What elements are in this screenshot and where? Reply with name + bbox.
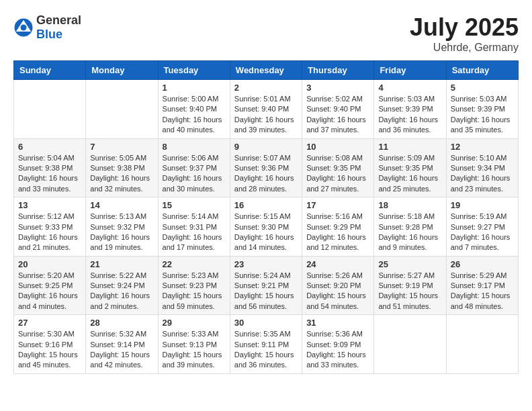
cell-content: Sunrise: 5:32 AM Sunset: 9:14 PM Dayligh… (90, 329, 153, 371)
cell-content: Sunrise: 5:08 AM Sunset: 9:35 PM Dayligh… (306, 153, 369, 195)
cell-content: Sunrise: 5:26 AM Sunset: 9:20 PM Dayligh… (306, 271, 369, 312)
cell-content: Sunrise: 5:29 AM Sunset: 9:17 PM Dayligh… (451, 271, 514, 312)
day-number: 28 (90, 318, 153, 328)
calendar-cell: 28Sunrise: 5:32 AM Sunset: 9:14 PM Dayli… (86, 315, 158, 374)
day-number: 27 (18, 318, 81, 328)
calendar-cell: 15Sunrise: 5:14 AM Sunset: 9:31 PM Dayli… (158, 197, 230, 257)
calendar-week-row: 20Sunrise: 5:20 AM Sunset: 9:25 PM Dayli… (14, 256, 519, 315)
cell-content: Sunrise: 5:24 AM Sunset: 9:21 PM Dayligh… (234, 271, 298, 312)
day-number: 10 (306, 142, 369, 152)
location: Uehrde, Germany (410, 42, 519, 54)
calendar-week-row: 6Sunrise: 5:04 AM Sunset: 9:38 PM Daylig… (14, 138, 519, 197)
day-number: 22 (163, 259, 226, 269)
weekday-header-saturday: Saturday (446, 61, 518, 80)
day-number: 19 (451, 200, 514, 210)
day-number: 9 (234, 142, 298, 152)
cell-content: Sunrise: 5:02 AM Sunset: 9:40 PM Dayligh… (306, 94, 369, 136)
day-number: 26 (451, 259, 514, 269)
logo-text: General Blue (36, 13, 81, 42)
logo-general-text: General (36, 13, 81, 28)
calendar-cell: 26Sunrise: 5:29 AM Sunset: 9:17 PM Dayli… (446, 256, 518, 315)
weekday-header-thursday: Thursday (302, 61, 374, 80)
cell-content: Sunrise: 5:33 AM Sunset: 9:13 PM Dayligh… (163, 329, 226, 371)
calendar-week-row: 13Sunrise: 5:12 AM Sunset: 9:33 PM Dayli… (14, 197, 519, 257)
cell-content: Sunrise: 5:07 AM Sunset: 9:36 PM Dayligh… (234, 153, 298, 195)
day-number: 5 (451, 83, 514, 93)
calendar-cell: 24Sunrise: 5:26 AM Sunset: 9:20 PM Dayli… (302, 256, 374, 315)
cell-content: Sunrise: 5:06 AM Sunset: 9:37 PM Dayligh… (163, 153, 226, 195)
day-number: 11 (378, 142, 441, 152)
cell-content: Sunrise: 5:22 AM Sunset: 9:24 PM Dayligh… (90, 271, 153, 312)
calendar-cell: 10Sunrise: 5:08 AM Sunset: 9:35 PM Dayli… (302, 138, 374, 197)
day-number: 7 (90, 142, 153, 152)
calendar-cell: 16Sunrise: 5:15 AM Sunset: 9:30 PM Dayli… (230, 197, 302, 257)
day-number: 21 (90, 259, 153, 269)
calendar-cell (14, 80, 86, 139)
weekday-header-wednesday: Wednesday (230, 61, 302, 80)
calendar-cell: 5Sunrise: 5:03 AM Sunset: 9:39 PM Daylig… (446, 80, 518, 139)
calendar-cell: 30Sunrise: 5:35 AM Sunset: 9:11 PM Dayli… (230, 315, 302, 374)
calendar-table: SundayMondayTuesdayWednesdayThursdayFrid… (13, 60, 519, 374)
day-number: 12 (451, 142, 514, 152)
calendar-cell: 23Sunrise: 5:24 AM Sunset: 9:21 PM Dayli… (230, 256, 302, 315)
month-title: July 2025 (410, 13, 519, 42)
day-number: 30 (234, 318, 298, 328)
calendar-cell: 9Sunrise: 5:07 AM Sunset: 9:36 PM Daylig… (230, 138, 302, 197)
calendar-cell: 18Sunrise: 5:18 AM Sunset: 9:28 PM Dayli… (374, 197, 446, 257)
weekday-header-sunday: Sunday (14, 61, 86, 80)
title-block: July 2025 Uehrde, Germany (410, 13, 519, 54)
day-number: 25 (378, 259, 441, 269)
calendar-cell (446, 315, 518, 374)
day-number: 13 (18, 200, 81, 210)
page-header: General Blue July 2025 Uehrde, Germany (13, 13, 519, 54)
cell-content: Sunrise: 5:00 AM Sunset: 9:40 PM Dayligh… (163, 94, 226, 136)
calendar-cell: 3Sunrise: 5:02 AM Sunset: 9:40 PM Daylig… (302, 80, 374, 139)
day-number: 15 (163, 200, 226, 210)
calendar-week-row: 1Sunrise: 5:00 AM Sunset: 9:40 PM Daylig… (14, 80, 519, 139)
calendar-cell: 20Sunrise: 5:20 AM Sunset: 9:25 PM Dayli… (14, 256, 86, 315)
day-number: 29 (163, 318, 226, 328)
weekday-header-row: SundayMondayTuesdayWednesdayThursdayFrid… (14, 61, 519, 80)
cell-content: Sunrise: 5:14 AM Sunset: 9:31 PM Dayligh… (163, 212, 226, 253)
day-number: 16 (234, 200, 298, 210)
weekday-header-friday: Friday (374, 61, 446, 80)
day-number: 1 (163, 83, 226, 93)
day-number: 24 (306, 259, 369, 269)
cell-content: Sunrise: 5:23 AM Sunset: 9:23 PM Dayligh… (163, 271, 226, 312)
cell-content: Sunrise: 5:19 AM Sunset: 9:27 PM Dayligh… (451, 212, 514, 253)
day-number: 6 (18, 142, 81, 152)
calendar-cell: 2Sunrise: 5:01 AM Sunset: 9:40 PM Daylig… (230, 80, 302, 139)
cell-content: Sunrise: 5:09 AM Sunset: 9:35 PM Dayligh… (378, 153, 441, 195)
cell-content: Sunrise: 5:20 AM Sunset: 9:25 PM Dayligh… (18, 271, 81, 312)
calendar-week-row: 27Sunrise: 5:30 AM Sunset: 9:16 PM Dayli… (14, 315, 519, 374)
cell-content: Sunrise: 5:12 AM Sunset: 9:33 PM Dayligh… (18, 212, 81, 253)
calendar-cell: 14Sunrise: 5:13 AM Sunset: 9:32 PM Dayli… (86, 197, 158, 257)
calendar-cell: 25Sunrise: 5:27 AM Sunset: 9:19 PM Dayli… (374, 256, 446, 315)
calendar-cell: 4Sunrise: 5:03 AM Sunset: 9:39 PM Daylig… (374, 80, 446, 139)
cell-content: Sunrise: 5:01 AM Sunset: 9:40 PM Dayligh… (234, 94, 298, 136)
calendar-cell: 21Sunrise: 5:22 AM Sunset: 9:24 PM Dayli… (86, 256, 158, 315)
logo: General Blue (13, 13, 81, 42)
day-number: 18 (378, 200, 441, 210)
calendar-cell: 6Sunrise: 5:04 AM Sunset: 9:38 PM Daylig… (14, 138, 86, 197)
calendar-cell (374, 315, 446, 374)
calendar-cell: 29Sunrise: 5:33 AM Sunset: 9:13 PM Dayli… (158, 315, 230, 374)
day-number: 17 (306, 200, 369, 210)
calendar-cell: 8Sunrise: 5:06 AM Sunset: 9:37 PM Daylig… (158, 138, 230, 197)
cell-content: Sunrise: 5:04 AM Sunset: 9:38 PM Dayligh… (18, 153, 81, 195)
cell-content: Sunrise: 5:18 AM Sunset: 9:28 PM Dayligh… (378, 212, 441, 253)
day-number: 3 (306, 83, 369, 93)
logo-blue-text: Blue (36, 28, 81, 42)
calendar-cell: 1Sunrise: 5:00 AM Sunset: 9:40 PM Daylig… (158, 80, 230, 139)
day-number: 14 (90, 200, 153, 210)
day-number: 8 (163, 142, 226, 152)
calendar-cell: 27Sunrise: 5:30 AM Sunset: 9:16 PM Dayli… (14, 315, 86, 374)
cell-content: Sunrise: 5:16 AM Sunset: 9:29 PM Dayligh… (306, 212, 369, 253)
calendar-cell: 31Sunrise: 5:36 AM Sunset: 9:09 PM Dayli… (302, 315, 374, 374)
day-number: 31 (306, 318, 369, 328)
calendar-cell: 12Sunrise: 5:10 AM Sunset: 9:34 PM Dayli… (446, 138, 518, 197)
cell-content: Sunrise: 5:03 AM Sunset: 9:39 PM Dayligh… (378, 94, 441, 136)
cell-content: Sunrise: 5:03 AM Sunset: 9:39 PM Dayligh… (451, 94, 514, 136)
cell-content: Sunrise: 5:15 AM Sunset: 9:30 PM Dayligh… (234, 212, 298, 253)
cell-content: Sunrise: 5:13 AM Sunset: 9:32 PM Dayligh… (90, 212, 153, 253)
